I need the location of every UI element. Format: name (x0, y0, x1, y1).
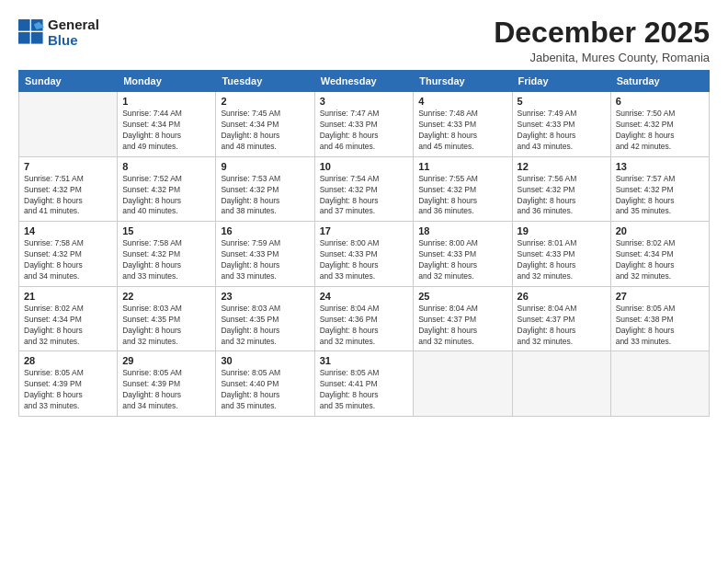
calendar-cell: 17Sunrise: 8:00 AMSunset: 4:33 PMDayligh… (314, 222, 414, 287)
daylight-line2: and 46 minutes. (320, 142, 409, 153)
day-info: Sunrise: 8:04 AMSunset: 4:36 PMDaylight:… (320, 304, 409, 348)
day-number: 15 (122, 225, 210, 236)
daylight-line2: and 32 minutes. (418, 337, 506, 348)
day-number: 1 (122, 96, 210, 107)
day-info: Sunrise: 8:00 AMSunset: 4:33 PMDaylight:… (418, 238, 506, 282)
daylight-line2: and 45 minutes. (418, 142, 506, 153)
daylight-line1: Daylight: 8 hours (221, 326, 309, 337)
calendar-cell: 20Sunrise: 8:02 AMSunset: 4:34 PMDayligh… (610, 222, 709, 287)
day-number: 24 (320, 291, 409, 302)
header-tuesday: Tuesday (216, 71, 314, 92)
calendar-cell (19, 92, 118, 157)
calendar-header-row: Sunday Monday Tuesday Wednesday Thursday… (19, 71, 710, 92)
title-block: December 2025 Jabenita, Mures County, Ro… (494, 17, 710, 64)
daylight-line1: Daylight: 8 hours (122, 390, 210, 401)
daylight-line2: and 34 minutes. (122, 401, 210, 412)
day-number: 28 (24, 355, 112, 366)
day-info: Sunrise: 7:58 AMSunset: 4:32 PMDaylight:… (122, 238, 210, 282)
day-info: Sunrise: 7:56 AMSunset: 4:32 PMDaylight:… (518, 174, 606, 218)
daylight-line2: and 32 minutes. (24, 337, 112, 348)
daylight-line1: Daylight: 8 hours (418, 260, 506, 271)
sunset-text: Sunset: 4:41 PM (320, 379, 409, 390)
sunset-text: Sunset: 4:37 PM (418, 315, 506, 326)
sunset-text: Sunset: 4:33 PM (418, 120, 506, 131)
sunset-text: Sunset: 4:33 PM (320, 249, 409, 260)
calendar-cell: 1Sunrise: 7:44 AMSunset: 4:34 PMDaylight… (118, 92, 216, 157)
daylight-line2: and 36 minutes. (418, 206, 506, 217)
day-number: 19 (518, 225, 606, 236)
daylight-line2: and 48 minutes. (221, 142, 309, 153)
sunset-text: Sunset: 4:32 PM (221, 185, 309, 196)
daylight-line1: Daylight: 8 hours (122, 196, 210, 207)
sunrise-text: Sunrise: 7:50 AM (616, 109, 704, 120)
header-monday: Monday (118, 71, 216, 92)
daylight-line1: Daylight: 8 hours (221, 131, 309, 142)
daylight-line1: Daylight: 8 hours (518, 260, 606, 271)
sunrise-text: Sunrise: 8:05 AM (122, 368, 210, 379)
day-info: Sunrise: 8:05 AMSunset: 4:39 PMDaylight:… (122, 368, 210, 412)
day-info: Sunrise: 8:04 AMSunset: 4:37 PMDaylight:… (418, 304, 506, 348)
calendar-cell: 12Sunrise: 7:56 AMSunset: 4:32 PMDayligh… (512, 156, 610, 222)
calendar-cell: 16Sunrise: 7:59 AMSunset: 4:33 PMDayligh… (216, 222, 314, 287)
daylight-line2: and 33 minutes. (221, 271, 309, 282)
sunset-text: Sunset: 4:33 PM (518, 249, 606, 260)
daylight-line1: Daylight: 8 hours (418, 196, 506, 207)
calendar-cell: 21Sunrise: 8:02 AMSunset: 4:34 PMDayligh… (19, 286, 118, 351)
day-info: Sunrise: 8:02 AMSunset: 4:34 PMDaylight:… (24, 304, 112, 348)
svg-rect-0 (18, 19, 30, 31)
daylight-line1: Daylight: 8 hours (518, 196, 606, 207)
sunset-text: Sunset: 4:36 PM (320, 315, 409, 326)
sunset-text: Sunset: 4:33 PM (418, 249, 506, 260)
sunrise-text: Sunrise: 7:59 AM (221, 238, 309, 249)
calendar-cell: 5Sunrise: 7:49 AMSunset: 4:33 PMDaylight… (512, 92, 610, 157)
calendar-cell: 10Sunrise: 7:54 AMSunset: 4:32 PMDayligh… (314, 156, 414, 222)
calendar-week-row: 7Sunrise: 7:51 AMSunset: 4:32 PMDaylight… (19, 156, 710, 222)
calendar-cell: 26Sunrise: 8:04 AMSunset: 4:37 PMDayligh… (512, 286, 610, 351)
calendar-cell: 9Sunrise: 7:53 AMSunset: 4:32 PMDaylight… (216, 156, 314, 222)
logo-line1: General (48, 17, 99, 32)
calendar-cell: 3Sunrise: 7:47 AMSunset: 4:33 PMDaylight… (314, 92, 414, 157)
daylight-line2: and 33 minutes. (24, 401, 112, 412)
day-info: Sunrise: 7:47 AMSunset: 4:33 PMDaylight:… (320, 109, 409, 153)
sunrise-text: Sunrise: 8:03 AM (122, 304, 210, 315)
daylight-line1: Daylight: 8 hours (221, 390, 309, 401)
day-info: Sunrise: 7:48 AMSunset: 4:33 PMDaylight:… (418, 109, 506, 153)
day-info: Sunrise: 7:57 AMSunset: 4:32 PMDaylight:… (616, 174, 704, 218)
daylight-line2: and 43 minutes. (518, 142, 606, 153)
day-info: Sunrise: 7:55 AMSunset: 4:32 PMDaylight:… (418, 174, 506, 218)
day-info: Sunrise: 7:54 AMSunset: 4:32 PMDaylight:… (320, 174, 409, 218)
sunrise-text: Sunrise: 7:56 AM (518, 174, 606, 185)
calendar-cell (610, 351, 709, 417)
calendar-table: Sunday Monday Tuesday Wednesday Thursday… (18, 70, 710, 417)
sunset-text: Sunset: 4:33 PM (518, 120, 606, 131)
day-info: Sunrise: 7:53 AMSunset: 4:32 PMDaylight:… (221, 174, 309, 218)
sunset-text: Sunset: 4:34 PM (616, 249, 704, 260)
day-info: Sunrise: 7:45 AMSunset: 4:34 PMDaylight:… (221, 109, 309, 153)
sunrise-text: Sunrise: 7:58 AM (24, 238, 112, 249)
calendar-week-row: 1Sunrise: 7:44 AMSunset: 4:34 PMDaylight… (19, 92, 710, 157)
day-number: 4 (418, 96, 506, 107)
daylight-line2: and 36 minutes. (518, 206, 606, 217)
daylight-line2: and 33 minutes. (616, 337, 704, 348)
month-title: December 2025 (494, 17, 710, 49)
calendar-cell: 7Sunrise: 7:51 AMSunset: 4:32 PMDaylight… (19, 156, 118, 222)
sunrise-text: Sunrise: 7:44 AM (122, 109, 210, 120)
daylight-line1: Daylight: 8 hours (221, 196, 309, 207)
daylight-line2: and 32 minutes. (122, 337, 210, 348)
day-info: Sunrise: 8:02 AMSunset: 4:34 PMDaylight:… (616, 238, 704, 282)
day-info: Sunrise: 7:58 AMSunset: 4:32 PMDaylight:… (24, 238, 112, 282)
day-number: 27 (616, 291, 704, 302)
sunrise-text: Sunrise: 7:53 AM (221, 174, 309, 185)
daylight-line2: and 32 minutes. (221, 337, 309, 348)
daylight-line1: Daylight: 8 hours (122, 260, 210, 271)
day-number: 5 (518, 96, 606, 107)
sunrise-text: Sunrise: 8:04 AM (320, 304, 409, 315)
sunset-text: Sunset: 4:32 PM (122, 185, 210, 196)
day-info: Sunrise: 8:00 AMSunset: 4:33 PMDaylight:… (320, 238, 409, 282)
day-number: 13 (616, 161, 704, 172)
day-info: Sunrise: 7:49 AMSunset: 4:33 PMDaylight:… (518, 109, 606, 153)
calendar-cell: 28Sunrise: 8:05 AMSunset: 4:39 PMDayligh… (19, 351, 118, 417)
sunrise-text: Sunrise: 8:05 AM (221, 368, 309, 379)
sunrise-text: Sunrise: 8:04 AM (518, 304, 606, 315)
sunrise-text: Sunrise: 7:58 AM (122, 238, 210, 249)
